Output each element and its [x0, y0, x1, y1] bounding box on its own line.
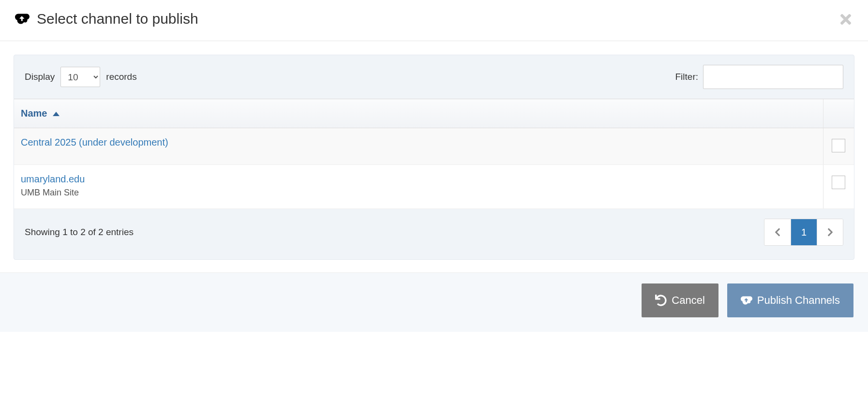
cancel-button-label: Cancel: [672, 294, 704, 307]
channel-panel: Display 10 records Filter: Name: [14, 55, 854, 260]
chevron-right-icon: [827, 227, 833, 237]
modal-title: Select channel to publish: [15, 11, 198, 27]
publish-channels-button[interactable]: Publish Channels: [727, 283, 853, 317]
cancel-button[interactable]: Cancel: [642, 283, 718, 317]
page-number-button[interactable]: 1: [791, 219, 817, 245]
column-header-select: [823, 99, 854, 128]
display-records-select[interactable]: 10: [60, 67, 100, 87]
records-label: records: [106, 72, 136, 82]
cloud-upload-icon: [15, 13, 30, 25]
column-header-name[interactable]: Name: [14, 99, 823, 128]
table-row: Central 2025 (under development): [14, 128, 854, 165]
panel-footer: Showing 1 to 2 of 2 entries 1: [14, 209, 854, 259]
modal-title-text: Select channel to publish: [37, 11, 198, 27]
filter-label: Filter:: [675, 72, 699, 82]
undo-icon: [655, 295, 667, 306]
row-checkbox[interactable]: [832, 176, 845, 189]
publish-channel-modal: Select channel to publish Display 10 rec…: [0, 0, 868, 332]
pagination: 1: [764, 219, 843, 246]
page-prev-button[interactable]: [764, 219, 791, 245]
cloud-upload-icon: [741, 295, 752, 306]
panel-controls: Display 10 records Filter:: [14, 55, 854, 99]
table-header-row: Name: [14, 99, 854, 128]
channel-link[interactable]: Central 2025 (under development): [21, 137, 168, 148]
display-records-group: Display 10 records: [25, 67, 137, 87]
channel-link[interactable]: umaryland.edu: [21, 174, 85, 184]
row-checkbox[interactable]: [832, 139, 845, 152]
modal-header: Select channel to publish: [0, 0, 868, 41]
display-label: Display: [25, 72, 55, 82]
close-icon[interactable]: [838, 12, 853, 27]
channel-subtitle: UMB Main Site: [21, 188, 816, 198]
filter-group: Filter:: [675, 65, 844, 89]
channels-table: Name Central 2025 (under development) um…: [14, 99, 854, 209]
table-row: umaryland.edu UMB Main Site: [14, 165, 854, 209]
publish-button-label: Publish Channels: [757, 294, 840, 307]
sort-asc-icon: [53, 112, 60, 116]
entries-info: Showing 1 to 2 of 2 entries: [25, 227, 134, 238]
page-next-button[interactable]: [817, 219, 843, 245]
modal-footer: Cancel Publish Channels: [0, 272, 868, 332]
chevron-left-icon: [775, 227, 780, 237]
filter-input[interactable]: [703, 65, 843, 89]
